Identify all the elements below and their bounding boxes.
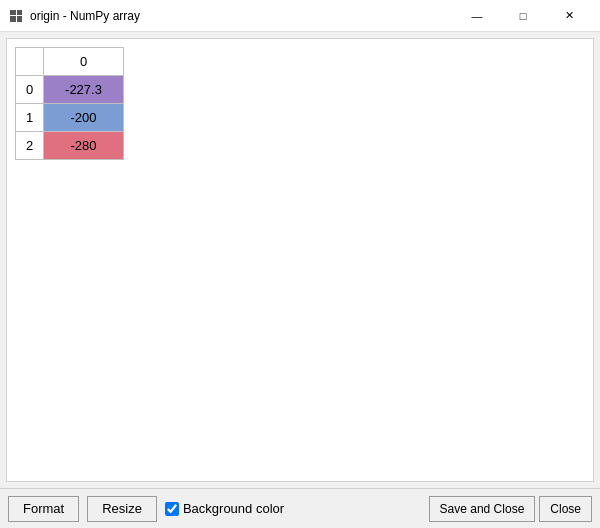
maximize-button[interactable]: □ (500, 0, 546, 32)
table-cell: -280 (44, 132, 124, 160)
background-color-text: Background color (183, 501, 284, 516)
close-button[interactable]: Close (539, 496, 592, 522)
window-title: origin - NumPy array (30, 9, 454, 23)
background-color-checkbox[interactable] (165, 502, 179, 516)
close-window-button[interactable]: ✕ (546, 0, 592, 32)
table-cell: -200 (44, 104, 124, 132)
table-row: 0-227.3 (16, 76, 124, 104)
row-header: 0 (16, 76, 44, 104)
bottom-bar: Format Resize Background color Save and … (0, 488, 600, 528)
main-content: 0 0-227.31-2002-280 (6, 38, 594, 482)
table-cell: -227.3 (44, 76, 124, 104)
table-row: 2-280 (16, 132, 124, 160)
minimize-button[interactable]: — (454, 0, 500, 32)
resize-button[interactable]: Resize (87, 496, 157, 522)
row-header: 2 (16, 132, 44, 160)
data-table: 0 0-227.31-2002-280 (15, 47, 124, 160)
save-and-close-button[interactable]: Save and Close (429, 496, 536, 522)
row-header: 1 (16, 104, 44, 132)
table-row: 1-200 (16, 104, 124, 132)
app-icon (8, 8, 24, 24)
title-bar: origin - NumPy array — □ ✕ (0, 0, 600, 32)
corner-header (16, 48, 44, 76)
col-header-0: 0 (44, 48, 124, 76)
right-buttons: Save and Close Close (429, 496, 592, 522)
background-color-label[interactable]: Background color (165, 501, 284, 516)
window-controls: — □ ✕ (454, 0, 592, 32)
format-button[interactable]: Format (8, 496, 79, 522)
